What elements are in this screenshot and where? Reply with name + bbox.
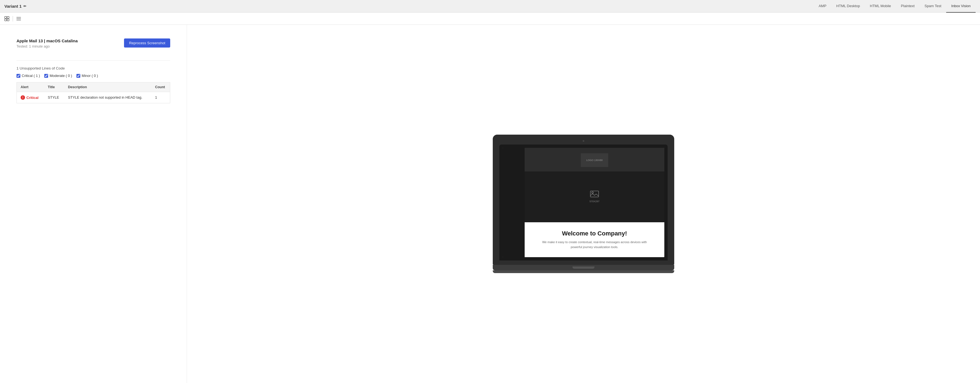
email-main-content: LOGO 130X80 (525, 148, 664, 257)
list-view-icon[interactable] (16, 16, 21, 21)
critical-dot-icon: ! (21, 95, 25, 100)
filter-minor-checkbox[interactable] (76, 74, 80, 78)
laptop-screen: LOGO 130X80 (503, 148, 664, 257)
tab-html-desktop[interactable]: HTML Desktop (831, 0, 865, 13)
table-header-row: Alert Title Description Count (17, 82, 170, 92)
image-placeholder-icon (590, 191, 599, 198)
unsupported-lines-label: 1 Unsupported Lines of Code (16, 66, 170, 70)
tab-spam-test[interactable]: Spam Test (920, 0, 946, 13)
critical-badge: ! Critical (21, 95, 40, 100)
toolbar-divider (13, 16, 13, 21)
email-header-section: LOGO 130X80 (525, 148, 664, 167)
laptop-foot (493, 271, 674, 273)
svg-rect-1 (7, 16, 9, 18)
toolbar (0, 13, 980, 25)
grid-view-icon[interactable] (5, 16, 10, 21)
section-divider (16, 60, 170, 61)
email-client-info: Apple Mail 13 | macOS Catalina Tested: 1… (16, 38, 78, 54)
filter-critical[interactable]: Critical ( 1 ) (16, 74, 40, 78)
email-inner-dark: 570X297 (546, 171, 643, 222)
col-count: Count (151, 82, 170, 92)
laptop-base (493, 265, 674, 271)
email-preview: LOGO 130X80 (503, 148, 664, 257)
main-content: Apple Mail 13 | macOS Catalina Tested: 1… (0, 25, 980, 383)
filter-minor-label: Minor ( 0 ) (82, 74, 98, 78)
laptop-webcam (583, 140, 584, 142)
tab-html-mobile[interactable]: HTML Mobile (865, 0, 896, 13)
title-cell: STYLE (44, 92, 64, 103)
svg-point-8 (592, 192, 593, 193)
variant-title-text: Variant 1 (5, 4, 22, 8)
email-white-section: Welcome to Company! We make it easy to c… (525, 222, 664, 257)
filter-minor[interactable]: Minor ( 0 ) (76, 74, 98, 78)
tested-time: Tested: 1 minute ago (16, 44, 78, 48)
filter-moderate-checkbox[interactable] (44, 74, 48, 78)
laptop-body: LOGO 130X80 (493, 135, 674, 265)
logo-placeholder-text: LOGO 130X80 (586, 159, 603, 161)
table-row: ! Critical STYLE STYLE declaration not s… (17, 92, 170, 103)
alert-cell: ! Critical (17, 92, 44, 103)
top-navigation: Variant 1 ✏ AMP HTML Desktop HTML Mobile… (0, 0, 980, 13)
filter-critical-checkbox[interactable] (16, 74, 20, 78)
svg-rect-0 (5, 16, 6, 18)
critical-label: Critical (26, 96, 38, 100)
header-row: Apple Mail 13 | macOS Catalina Tested: 1… (16, 38, 170, 54)
right-panel: LOGO 130X80 (187, 25, 980, 383)
laptop-notch (573, 266, 595, 269)
svg-rect-3 (7, 19, 9, 21)
email-image-area: 570X297 (525, 171, 664, 222)
count-cell: 1 (151, 92, 170, 103)
left-panel: Apple Mail 13 | macOS Catalina Tested: 1… (0, 25, 187, 383)
variant-title-container: Variant 1 ✏ (5, 4, 814, 8)
filter-critical-label: Critical ( 1 ) (22, 74, 40, 78)
edit-icon[interactable]: ✏ (23, 4, 26, 8)
col-alert: Alert (17, 82, 44, 92)
col-title: Title (44, 82, 64, 92)
tab-amp[interactable]: AMP (814, 0, 831, 13)
tab-plaintext[interactable]: Plaintext (896, 0, 920, 13)
logo-placeholder: LOGO 130X80 (581, 153, 608, 167)
email-sidebar (503, 148, 525, 257)
nav-tabs: AMP HTML Desktop HTML Mobile Plaintext S… (814, 0, 975, 13)
email-client-title: Apple Mail 13 | macOS Catalina (16, 38, 78, 43)
filter-row: Critical ( 1 ) Moderate ( 0 ) Minor ( 0 … (16, 74, 170, 78)
image-size-label: 570X297 (590, 200, 600, 203)
laptop-mockup: LOGO 130X80 (493, 135, 674, 273)
description-cell: STYLE declaration not supported in HEAD … (64, 92, 151, 103)
email-body-text: We make it easy to create contextual, re… (538, 240, 651, 250)
issues-table: Alert Title Description Count ! Critical… (16, 82, 170, 103)
laptop-screen-bezel: LOGO 130X80 (500, 144, 668, 260)
filter-moderate-label: Moderate ( 0 ) (49, 74, 72, 78)
tab-inbox-vision[interactable]: Inbox Vision (946, 0, 975, 13)
svg-rect-7 (590, 191, 598, 197)
svg-rect-2 (5, 19, 6, 21)
email-white-overlay: 570X297 (546, 171, 643, 222)
email-heading: Welcome to Company! (538, 230, 651, 237)
reprocess-screenshot-button[interactable]: Reprocess Screenshot (124, 38, 170, 47)
col-description: Description (64, 82, 151, 92)
filter-moderate[interactable]: Moderate ( 0 ) (44, 74, 72, 78)
